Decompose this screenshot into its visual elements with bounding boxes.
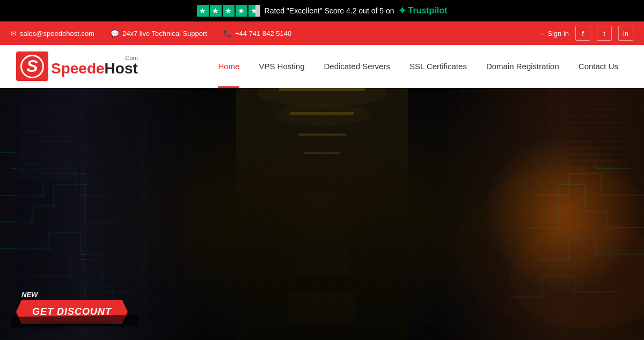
svg-rect-21 [19,143,78,147]
contact-bar: ✉ sales@speedehost.com 💬 24x7 live Techn… [0,21,644,45]
navigation-bar: S .Com SpeedeHost Home VPS Hosting Dedic… [0,45,644,88]
svg-rect-26 [19,175,78,179]
nav-contact-us[interactable]: Contact Us [569,45,628,88]
support-contact: 💬 24x7 live Technical Support [111,29,207,38]
phone-icon: 📞 [223,29,232,38]
svg-rect-36 [566,162,625,166]
logo-box: S [16,51,48,81]
contact-left: ✉ sales@speedehost.com 💬 24x7 live Techn… [11,29,291,38]
star-2: ★ [210,5,222,17]
email-icon: ✉ [11,29,17,38]
rating-text: Rated "Excellent" Score 4.2 out of 5 on [265,6,394,15]
nav-home[interactable]: Home [208,45,249,88]
svg-rect-24 [19,162,78,166]
svg-rect-25 [19,168,78,173]
svg-rect-9 [303,152,341,154]
email-contact[interactable]: ✉ sales@speedehost.com [11,29,94,38]
svg-rect-34 [566,149,625,153]
nav-domain-registration[interactable]: Domain Registration [477,45,569,88]
trustpilot-icon: ✦ [398,5,406,17]
svg-rect-15 [19,104,78,108]
svg-rect-32 [566,136,625,141]
svg-rect-35 [566,156,625,160]
facebook-icon[interactable]: f [575,26,590,41]
rating-stars: ★ ★ ★ ★ ★ [197,5,260,17]
nav-ssl-certificates[interactable]: SSL Certificates [400,45,477,88]
discount-badge[interactable]: NEW GET DISCOUNT [16,291,128,324]
nav-dedicated-servers[interactable]: Dedicated Servers [314,45,399,88]
svg-rect-48 [303,193,341,209]
hero-section: NEW GET DISCOUNT [0,88,644,340]
trustpilot-bar: ★ ★ ★ ★ ★ Rated "Excellent" Score 4.2 ou… [0,0,644,21]
svg-rect-46 [295,249,349,276]
svg-rect-45 [290,292,354,324]
svg-rect-23 [19,156,78,160]
logo-brand: SpeedeHost [51,61,138,76]
svg-rect-29 [566,117,625,121]
svg-rect-14 [145,109,188,324]
phone-contact[interactable]: 📞 +44 741 842 5140 [223,29,291,38]
email-address: sales@speedehost.com [20,29,94,38]
support-text: 24x7 live Technical Support [122,29,207,38]
nav-vps-hosting[interactable]: VPS Hosting [249,45,314,88]
svg-rect-27 [566,104,625,108]
svg-point-10 [258,88,386,107]
star-4: ★ [236,5,247,17]
svg-rect-17 [19,117,78,121]
main-nav: Home VPS Hosting Dedicated Servers SSL C… [208,45,628,88]
star-1: ★ [197,5,209,17]
svg-rect-30 [566,123,625,128]
instagram-icon[interactable]: in [618,26,633,41]
trustpilot-name: Trustpilot [408,6,447,16]
svg-point-11 [274,104,370,125]
logo-s-letter: S [20,55,44,78]
svg-rect-16 [19,110,78,115]
logo[interactable]: S .Com SpeedeHost [16,51,138,81]
svg-rect-22 [19,149,78,153]
chat-icon: 💬 [111,29,119,38]
star-3: ★ [223,5,235,17]
sign-in-icon: → [538,29,545,38]
twitter-icon[interactable]: t [597,26,612,41]
new-label: NEW [21,291,128,299]
svg-rect-47 [299,217,345,238]
brush-stroke-decoration [10,315,138,328]
svg-rect-31 [566,130,625,134]
logo-text: .Com SpeedeHost [51,56,138,76]
svg-rect-28 [566,110,625,115]
svg-rect-19 [19,130,78,134]
svg-rect-33 [566,143,625,147]
star-5-half: ★ [248,5,260,17]
contact-right: → Sign in f t in [538,26,633,41]
svg-rect-8 [298,134,346,136]
sign-in-link[interactable]: → Sign in [538,29,569,38]
svg-rect-20 [19,136,78,141]
trustpilot-logo: ✦ Trustpilot [398,5,447,17]
phone-number: +44 741 842 5140 [235,29,291,38]
sign-in-label: Sign in [547,29,569,38]
svg-rect-18 [19,123,78,128]
